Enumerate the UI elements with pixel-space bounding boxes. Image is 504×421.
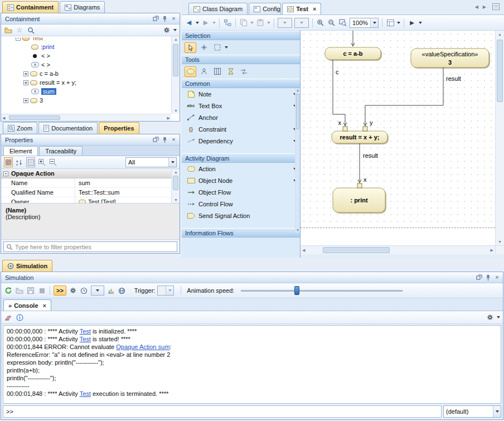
tab-simulation[interactable]: Simulation	[2, 260, 52, 272]
animation-speed-slider[interactable]	[241, 285, 403, 296]
expand-icon[interactable]: +	[23, 71, 28, 76]
charts-icon[interactable]	[106, 285, 115, 296]
property-value[interactable]: Test::Test::sum	[75, 188, 180, 197]
input-pin-y[interactable]	[363, 127, 367, 131]
tab-class-diagram[interactable]: Class Diagram	[188, 3, 248, 14]
palette-header-activity-diagram[interactable]: Activity Diagram	[182, 153, 300, 163]
gear-dropdown-icon[interactable]	[497, 316, 500, 318]
zoom-level-combo[interactable]: 100%	[350, 18, 379, 28]
element-link[interactable]: Test	[80, 328, 91, 335]
forward-dropdown-icon[interactable]	[212, 22, 216, 24]
scroll-tabs-right-icon[interactable]: ▶	[483, 5, 486, 9]
cursor-tool-button[interactable]	[185, 42, 196, 53]
tab-config[interactable]: Config	[249, 3, 281, 14]
tab-element[interactable]: Element	[3, 146, 38, 156]
palette-item-object-node[interactable]: Object Node	[182, 175, 300, 186]
object-flow-edge-c[interactable]	[333, 60, 347, 126]
filter-properties-box[interactable]	[3, 241, 177, 252]
close-icon[interactable]: ×	[493, 274, 501, 282]
property-value[interactable]: Test [Test]	[75, 197, 180, 204]
open-element-icon[interactable]	[4, 25, 13, 35]
properties-scrollbar[interactable]: ▲ ▼	[171, 169, 180, 203]
gear-icon[interactable]	[162, 25, 171, 35]
console-output[interactable]: 00:00:00,000 : **** Activity Test is ini…	[3, 325, 501, 404]
copy-dropdown-icon[interactable]	[250, 22, 254, 24]
collapse-icon[interactable]: -	[3, 171, 8, 176]
selection-dropdown-icon[interactable]	[225, 46, 228, 49]
expert-properties-button[interactable]	[26, 157, 35, 167]
pin-icon[interactable]	[161, 136, 169, 144]
collapse-icon[interactable]: -	[16, 37, 21, 41]
input-pin-x[interactable]	[357, 183, 362, 188]
scrollbar-thumb[interactable]	[323, 247, 390, 253]
lasso-tool-button[interactable]	[211, 42, 223, 53]
terminate-button[interactable]	[37, 285, 46, 296]
expand-icon[interactable]: +	[23, 98, 28, 103]
scroll-tabs-left-icon[interactable]: ◀	[475, 5, 478, 9]
tab-list-icon[interactable]	[492, 3, 500, 11]
search-icon[interactable]	[26, 25, 35, 35]
palette-item-dependency[interactable]: Dependency	[182, 135, 300, 147]
diagram-canvas[interactable]: c = a-b «valueSpecification» 3 c	[301, 31, 495, 245]
element-link[interactable]: Test	[80, 336, 91, 342]
close-tab-icon[interactable]: ×	[313, 6, 316, 12]
animate-toggle-button[interactable]: >>	[54, 285, 66, 296]
property-row[interactable]: Name sum	[1, 178, 180, 188]
sticky-tool-button[interactable]	[185, 66, 196, 77]
paste-dropdown-icon[interactable]	[267, 22, 270, 24]
slider-track[interactable]	[241, 290, 403, 292]
palette-item-note[interactable]: Note	[182, 88, 300, 100]
hourglass-tool-button[interactable]	[225, 66, 236, 77]
float-icon[interactable]	[152, 136, 160, 144]
categorized-view-button[interactable]	[4, 157, 13, 167]
properties-group-header[interactable]: - Opaque Action	[1, 169, 180, 178]
properties-filter-combo[interactable]: All	[125, 157, 177, 167]
input-pin-x[interactable]	[343, 127, 347, 131]
action-node-c[interactable]: c = a-b	[325, 47, 382, 61]
tree-item[interactable]: - Test	[2, 37, 171, 42]
tree-item[interactable]: :print	[2, 42, 171, 51]
console-command-input[interactable]: >>	[3, 405, 442, 418]
combo-dropdown-button[interactable]	[493, 406, 501, 417]
delay-clock-icon[interactable]	[80, 285, 89, 296]
zoom-out-icon[interactable]	[327, 18, 336, 28]
stereotype-tool-button[interactable]	[198, 66, 210, 77]
scrollbar-thumb[interactable]	[497, 40, 503, 102]
run-diagram-icon[interactable]: ▶	[408, 18, 416, 28]
tree-vertical-scrollbar[interactable]: ▲ ▼	[171, 36, 180, 114]
close-icon[interactable]: ×	[169, 15, 178, 23]
collapse-all-button[interactable]	[49, 157, 57, 167]
tree-item[interactable]: + c = a-b	[2, 69, 171, 78]
action-node-result[interactable]: x y result = x + y;	[332, 119, 389, 144]
settings-icon[interactable]	[69, 285, 77, 296]
gear-icon[interactable]	[486, 312, 495, 322]
scrollbar-thumb[interactable]	[173, 176, 178, 190]
dependencies-tool-button[interactable]	[238, 66, 250, 77]
combo-dropdown-button[interactable]	[168, 158, 176, 167]
tree-item[interactable]: x < >	[2, 60, 171, 69]
float-icon[interactable]	[475, 274, 483, 282]
tab-containment[interactable]: Containment	[2, 1, 59, 13]
containment-tree[interactable]: - Test :print < > x < > +	[1, 36, 180, 121]
back-dropdown-icon[interactable]	[196, 22, 199, 24]
palette-item-constraint[interactable]: {} Constraint	[182, 123, 300, 135]
paste-icon[interactable]	[256, 18, 265, 28]
fit-in-window-icon[interactable]	[338, 18, 347, 28]
expand-all-button[interactable]	[37, 157, 46, 167]
canvas-vertical-scrollbar[interactable]: ▲ ▼	[495, 31, 504, 245]
tab-documentation[interactable]: Documentation	[38, 122, 98, 134]
sort-alphabetically-button[interactable]: az	[15, 157, 24, 167]
tab-traceability[interactable]: Traceability	[39, 146, 83, 156]
value-specification-node[interactable]: «valueSpecification» 3	[411, 49, 490, 69]
object-flow-edge-result2[interactable]	[358, 143, 361, 183]
web-server-icon[interactable]	[118, 285, 127, 296]
scrollbar-thumb[interactable]	[296, 94, 299, 129]
pin-icon[interactable]	[484, 274, 492, 282]
palette-header-tools[interactable]: Tools	[182, 55, 300, 64]
object-flow-edge-result[interactable]	[364, 67, 443, 126]
copy-icon[interactable]	[239, 18, 248, 28]
run-button[interactable]	[4, 285, 13, 296]
delay-combo[interactable]	[91, 285, 104, 296]
close-icon[interactable]: ×	[169, 136, 178, 144]
layout-options-icon[interactable]	[386, 18, 395, 28]
